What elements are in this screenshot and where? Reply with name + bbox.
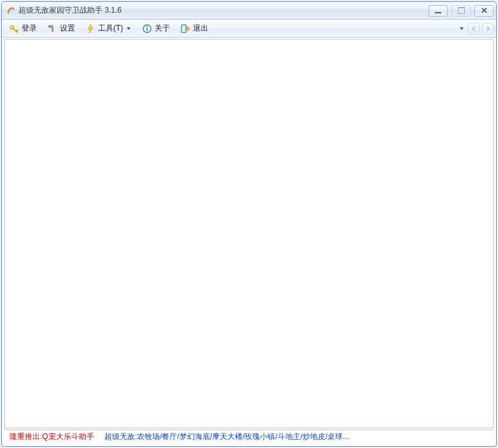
svg-rect-3 xyxy=(52,27,53,32)
maximize-button[interactable] xyxy=(452,5,471,17)
window-controls: ✕ xyxy=(429,5,494,17)
settings-button[interactable]: 设置 xyxy=(43,22,80,36)
lightning-icon xyxy=(85,24,96,34)
close-button[interactable]: ✕ xyxy=(474,5,494,17)
login-label: 登录 xyxy=(22,23,37,34)
titlebar[interactable]: 超级无敌家园守卫战助手 3.1.6 ✕ xyxy=(2,2,496,20)
info-icon xyxy=(142,24,152,34)
key-icon xyxy=(9,24,19,34)
window-title: 超级无敌家园守卫战助手 3.1.6 xyxy=(18,5,429,16)
status-bar: 隆重推出:Q宠大乐斗助手 超级无敌:农牧场/餐厅/梦幻海底/摩天大楼/玫瑰小镇/… xyxy=(4,430,494,444)
content-area xyxy=(4,39,494,428)
toolbar-overflow-button[interactable] xyxy=(458,27,466,30)
settings-label: 设置 xyxy=(60,23,75,34)
exit-label: 退出 xyxy=(193,23,208,34)
nav-back-button[interactable] xyxy=(468,23,480,34)
minimize-button[interactable] xyxy=(429,5,448,17)
login-button[interactable]: 登录 xyxy=(4,22,41,36)
svg-point-1 xyxy=(11,26,13,27)
about-label: 关于 xyxy=(155,23,170,34)
svg-rect-6 xyxy=(147,27,148,31)
tools-label: 工具(T) xyxy=(98,23,123,34)
exit-button[interactable]: 退出 xyxy=(176,22,213,36)
app-icon xyxy=(6,6,16,16)
exit-icon xyxy=(180,24,190,34)
app-window: 超级无敌家园守卫战助手 3.1.6 ✕ 登录 xyxy=(1,1,497,447)
status-links[interactable]: 超级无敌:农牧场/餐厅/梦幻海底/摩天大楼/玫瑰小镇/斗地主/炒地皮/桌球... xyxy=(104,431,350,442)
chevron-down-icon xyxy=(125,27,132,30)
tools-button[interactable]: 工具(T) xyxy=(81,22,136,36)
hammer-icon xyxy=(47,24,57,34)
svg-point-5 xyxy=(146,26,148,27)
about-button[interactable]: 关于 xyxy=(138,22,174,36)
toolbar: 登录 设置 工具(T) xyxy=(2,20,496,38)
nav-forward-button[interactable] xyxy=(482,23,494,34)
status-promo[interactable]: 隆重推出:Q宠大乐斗助手 xyxy=(10,431,94,442)
